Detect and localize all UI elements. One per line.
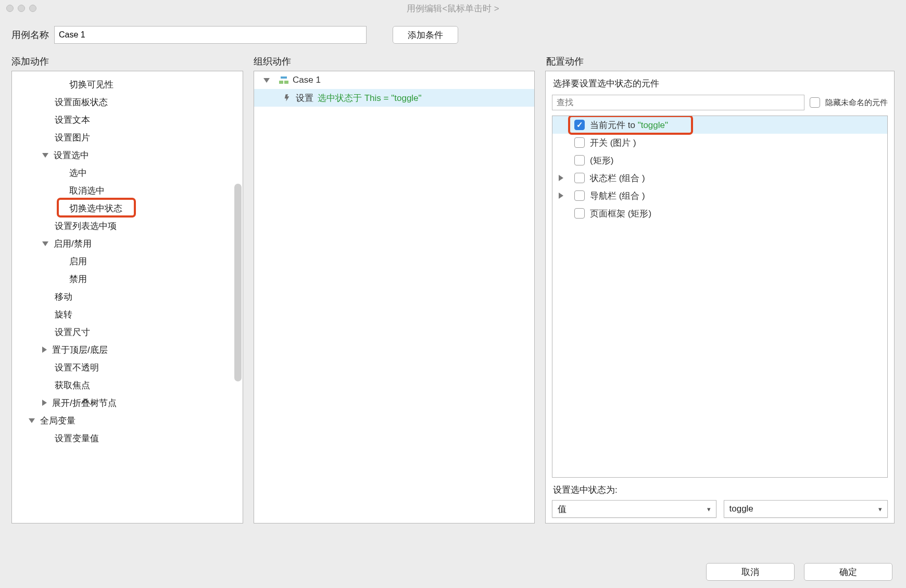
action-tree-item[interactable]: 置于顶层/底层 [12,341,243,359]
widget-label: 导航栏 (组合 ) [590,190,645,202]
action-tree-item-label: 全局变量 [40,415,76,427]
chevron-right-icon[interactable] [42,400,47,406]
action-tree-item[interactable]: 禁用 [12,270,243,288]
chevron-down-icon: ▾ [878,505,882,513]
action-tree-item-label: 旋转 [55,309,72,321]
bolt-icon [283,93,292,103]
action-tree-item[interactable]: 设置不透明 [12,359,243,376]
scrollbar-thumb[interactable] [234,184,242,381]
flowchart-icon [279,76,288,84]
widget-checkbox[interactable] [574,190,585,201]
action-tree-item-label: 设置面板状态 [55,96,108,108]
hide-unnamed-checkbox[interactable] [810,97,820,108]
action-tree-item-label: 获取焦点 [55,379,90,391]
action-tree-item[interactable]: 设置图片 [12,129,243,146]
widget-list-item[interactable]: 导航栏 (组合 ) [552,187,887,204]
action-tree-item[interactable]: 设置列表选中项 [12,217,243,235]
action-tree-item-label: 设置列表选中项 [55,220,117,232]
widget-list-item[interactable]: 开关 (图片 ) [552,134,887,151]
dialog-footer: 取消 确定 [0,559,906,588]
widget-list-item[interactable]: (矩形) [552,151,887,169]
widget-checkbox[interactable] [574,208,585,219]
case-label: Case 1 [293,75,321,85]
section-headers: 添加动作 组织动作 配置动作 [0,48,906,71]
action-tree-item-label: 取消选中 [69,185,105,197]
ok-button[interactable]: 确定 [804,563,892,581]
value-type-dropdown[interactable]: 值 ▾ [552,500,716,518]
select-widget-label: 选择要设置选中状态的元件 [552,76,888,90]
search-row: 隐藏未命名的元件 [552,95,888,110]
action-tree-item[interactable]: 设置文本 [12,111,243,129]
highlight-marker [57,198,136,218]
action-tree-item-label: 启用/禁用 [54,238,92,250]
action-tree-item-label: 启用 [69,255,87,267]
action-description: 选中状态于 This = "toggle" [318,92,422,104]
action-tree-item[interactable]: 设置面板状态 [12,93,243,111]
widget-checkbox[interactable] [574,173,585,183]
case-row[interactable]: Case 1 [254,71,534,89]
columns: 切换可见性设置面板状态设置文本设置图片设置选中选中取消选中切换选中状态设置列表选… [0,71,906,559]
action-tree[interactable]: 切换可见性设置面板状态设置文本设置图片设置选中选中取消选中切换选中状态设置列表选… [12,71,243,523]
action-tree-item[interactable]: 切换可见性 [12,75,243,93]
hide-unnamed-label: 隐藏未命名的元件 [825,98,888,108]
add-condition-button[interactable]: 添加条件 [393,26,458,44]
action-row[interactable]: 设置 选中状态于 This = "toggle" [254,89,534,107]
set-state-section: 设置选中状态为: 值 ▾ toggle ▾ [552,483,888,518]
value-type-dropdown-label: 值 [558,503,567,515]
widget-checkbox[interactable] [574,155,585,165]
chevron-right-icon[interactable] [42,347,47,353]
action-tree-item[interactable]: 旋转 [12,305,243,323]
cancel-button[interactable]: 取消 [706,563,795,581]
action-tree-item-label: 展开/折叠树节点 [52,397,117,409]
titlebar: 用例编辑<鼠标单击时 > [0,0,906,17]
widget-checkbox[interactable] [574,137,585,148]
case-editor-window: 用例编辑<鼠标单击时 > 用例名称 添加条件 添加动作 组织动作 配置动作 切换… [0,0,906,588]
action-tree-item[interactable]: 全局变量 [12,412,243,429]
action-tree-item-label: 设置变量值 [55,432,99,444]
widget-label: 开关 (图片 ) [590,137,636,149]
widget-list-item[interactable]: 页面框架 (矩形) [552,204,887,222]
widget-list[interactable]: 当前元件 to "toggle"开关 (图片 )(矩形)状态栏 (组合 )导航栏… [552,116,888,478]
chevron-down-icon[interactable] [29,418,35,423]
chevron-down-icon[interactable] [42,153,48,158]
window-title: 用例编辑<鼠标单击时 > [0,3,906,15]
action-tree-item[interactable]: 设置尺寸 [12,323,243,341]
action-tree-item[interactable]: 选中 [12,164,243,182]
add-action-panel: 切换可见性设置面板状态设置文本设置图片设置选中选中取消选中切换选中状态设置列表选… [11,71,243,523]
action-tree-item[interactable]: 设置选中 [12,146,243,164]
chevron-down-icon[interactable] [42,241,48,246]
search-input[interactable] [552,95,804,110]
value-dropdown-label: toggle [729,504,753,514]
value-dropdown[interactable]: toggle ▾ [724,500,888,518]
chevron-down-icon[interactable] [263,78,270,83]
action-tree-item-label: 置于顶层/底层 [52,344,108,356]
organize-action-panel: Case 1 设置 选中状态于 This = "toggle" [254,71,535,523]
chevron-right-icon[interactable] [559,175,563,181]
action-tree-item-label: 禁用 [69,273,87,285]
set-state-label: 设置选中状态为: [552,483,888,496]
action-tree-item[interactable]: 启用/禁用 [12,235,243,252]
action-tree-item[interactable]: 移动 [12,288,243,305]
action-tree-item[interactable]: 取消选中 [12,182,243,199]
action-tree-item[interactable]: 展开/折叠树节点 [12,394,243,412]
action-tree-item-label: 设置选中 [54,149,89,161]
case-name-input[interactable] [54,26,367,44]
chevron-down-icon: ▾ [707,505,711,513]
action-tree-item-label: 设置不透明 [55,362,99,374]
widget-list-item[interactable]: 状态栏 (组合 ) [552,169,887,187]
chevron-right-icon[interactable] [559,193,563,199]
action-tree-item-label: 设置图片 [55,132,90,144]
action-tree-item[interactable]: 启用 [12,252,243,270]
highlight-marker [568,116,693,135]
action-tree-item-label: 切换可见性 [69,79,114,91]
configure-action-panel: 选择要设置选中状态的元件 隐藏未命名的元件 当前元件 to "toggle"开关… [545,71,895,523]
action-tree-item[interactable]: 设置变量值 [12,429,243,447]
action-tree-item-label: 移动 [55,291,72,303]
add-action-heading: 添加动作 [11,55,254,68]
action-tree-item-label: 设置文本 [55,114,90,126]
configure-action-heading: 配置动作 [546,55,584,68]
organize-action-heading: 组织动作 [254,55,546,68]
widget-label: 页面框架 (矩形) [590,208,651,220]
action-tree-item[interactable]: 获取焦点 [12,376,243,394]
widget-label: 状态栏 (组合 ) [590,172,645,184]
